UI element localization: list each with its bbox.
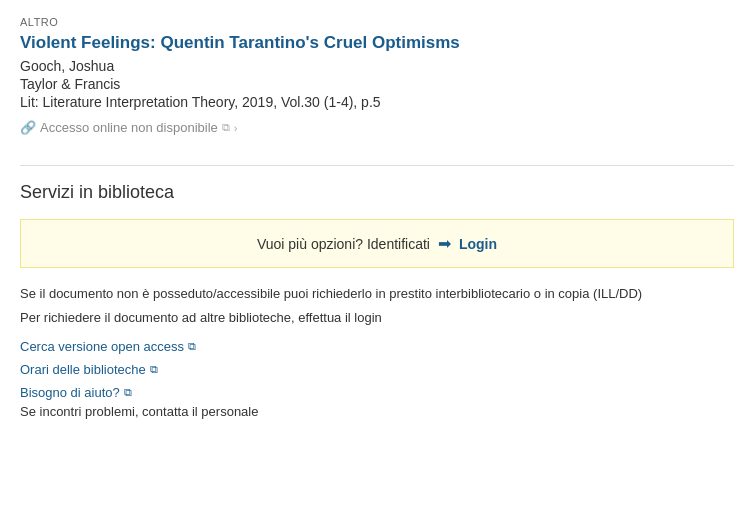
- login-link[interactable]: Login: [459, 236, 497, 252]
- login-banner: Vuoi più opzioni? Identificati ➡ Login: [20, 219, 734, 268]
- help-section: Bisogno di aiuto? ⧉ Se incontri problemi…: [20, 385, 734, 419]
- login-label: Login: [459, 236, 497, 252]
- external-icon: ⧉: [222, 121, 230, 134]
- section-label: ALTRO: [20, 16, 734, 28]
- services-section-title: Servizi in biblioteca: [20, 182, 734, 203]
- library-hours-ext-icon: ⧉: [150, 363, 158, 376]
- article-section: ALTRO Violent Feelings: Quentin Tarantin…: [20, 16, 734, 135]
- article-source: Lit: Literature Interpretation Theory, 2…: [20, 94, 734, 110]
- library-services-section: Servizi in biblioteca Vuoi più opzioni? …: [20, 182, 734, 419]
- login-prompt-text: Vuoi più opzioni? Identificati: [257, 236, 430, 252]
- help-link[interactable]: Bisogno di aiuto? ⧉: [20, 385, 734, 400]
- link-icon: 🔗: [20, 120, 36, 135]
- service-links: Cerca versione open access ⧉ Orari delle…: [20, 339, 734, 419]
- access-link-text: Accesso online non disponibile: [40, 120, 218, 135]
- help-text: Se incontri problemi, contatta il person…: [20, 404, 734, 419]
- open-access-link[interactable]: Cerca versione open access ⧉: [20, 339, 734, 354]
- article-author: Gooch, Joshua: [20, 58, 734, 74]
- main-container: ALTRO Violent Feelings: Quentin Tarantin…: [0, 0, 754, 532]
- login-icon: ➡: [438, 234, 451, 253]
- article-publisher: Taylor & Francis: [20, 76, 734, 92]
- library-hours-label: Orari delle biblioteche: [20, 362, 146, 377]
- help-label: Bisogno di aiuto?: [20, 385, 120, 400]
- open-access-ext-icon: ⧉: [188, 340, 196, 353]
- open-access-label: Cerca versione open access: [20, 339, 184, 354]
- access-link[interactable]: 🔗 Accesso online non disponibile ⧉: [20, 120, 230, 135]
- article-title: Violent Feelings: Quentin Tarantino's Cr…: [20, 32, 734, 54]
- chevron-icon: ›: [234, 122, 238, 134]
- info-line2: Per richiedere il documento ad altre bib…: [20, 308, 734, 328]
- library-hours-link[interactable]: Orari delle biblioteche ⧉: [20, 362, 734, 377]
- help-ext-icon: ⧉: [124, 386, 132, 399]
- access-link-container: 🔗 Accesso online non disponibile ⧉ ›: [20, 120, 734, 135]
- info-line1: Se il documento non è posseduto/accessib…: [20, 284, 734, 304]
- section-divider: [20, 165, 734, 166]
